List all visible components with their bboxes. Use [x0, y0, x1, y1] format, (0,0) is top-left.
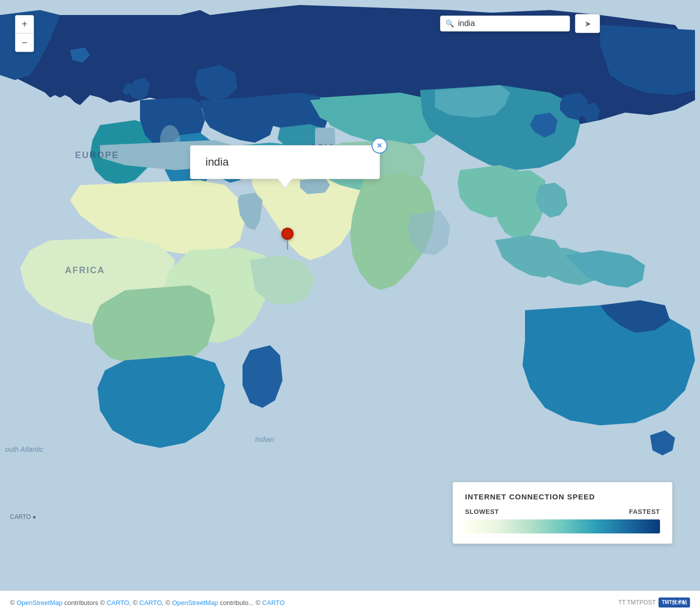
- search-icon: 🔍: [446, 20, 454, 28]
- navigate-button[interactable]: ➤: [575, 14, 600, 33]
- carto-map-label: CARTO ●: [10, 513, 36, 520]
- zoom-in-button[interactable]: +: [16, 16, 34, 34]
- pin-head: [282, 228, 294, 240]
- map-pin: [282, 228, 294, 250]
- pin-needle: [287, 240, 288, 250]
- popup-text: india: [206, 156, 228, 168]
- attribution-text: © OpenStreetMap contributors © CARTO, © …: [10, 599, 284, 606]
- tmtpost-logo: TMT技术帖: [658, 597, 690, 607]
- osm-link-1[interactable]: OpenStreetMap: [16, 599, 62, 606]
- carto-link-1[interactable]: CARTO: [106, 599, 129, 606]
- search-bar: 🔍 ➤: [440, 14, 600, 33]
- search-input[interactable]: [458, 19, 564, 28]
- legend-slowest-label: SLOWEST: [465, 508, 499, 515]
- carto-link-3[interactable]: CARTO: [262, 599, 284, 606]
- legend-labels: SLOWEST FASTEST: [465, 508, 660, 515]
- zoom-controls: + −: [15, 15, 34, 52]
- popup-box: ✕ india: [190, 145, 380, 179]
- zoom-out-button[interactable]: −: [16, 34, 34, 52]
- osm-link-2[interactable]: OpenStreetMap: [172, 599, 218, 606]
- attribution-bar: © OpenStreetMap contributors © CARTO, © …: [0, 590, 700, 614]
- legend-box: INTERNET CONNECTION SPEED SLOWEST FASTES…: [452, 482, 672, 544]
- tmtpost-text: TT TMTPOST: [618, 599, 656, 606]
- tmtpost-area: TT TMTPOST TMT技术帖: [618, 597, 690, 607]
- legend-fastest-label: FASTEST: [629, 508, 660, 515]
- search-input-container: 🔍: [440, 16, 570, 32]
- popup-container: ✕ india: [190, 145, 380, 179]
- carto-link-2[interactable]: CARTO: [140, 599, 162, 606]
- legend-gradient: [465, 519, 660, 533]
- popup-close-button[interactable]: ✕: [372, 138, 388, 154]
- navigate-icon: ➤: [584, 19, 591, 29]
- legend-title: INTERNET CONNECTION SPEED: [465, 492, 660, 501]
